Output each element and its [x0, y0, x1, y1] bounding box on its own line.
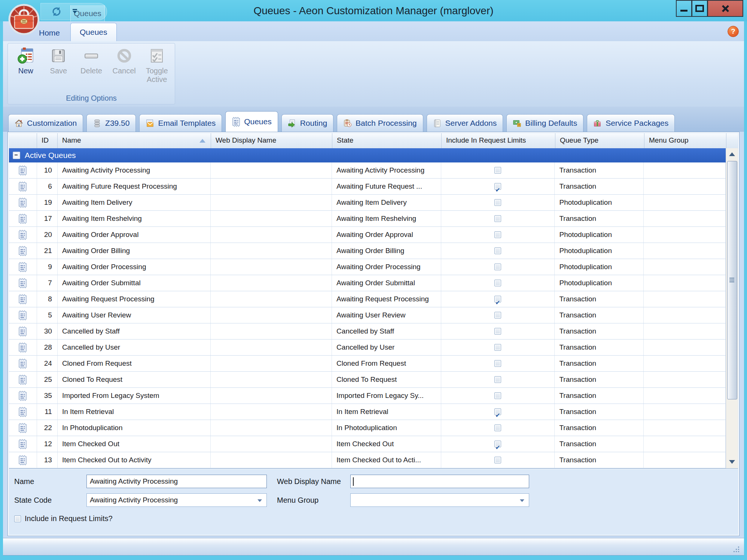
table-row[interactable]: 28Cancelled by UserCancelled by UserTran…: [9, 340, 726, 356]
ribbon-button-delete[interactable]: Delete: [75, 45, 108, 92]
table-row[interactable]: 17Awaiting Item ReshelvingAwaiting Item …: [9, 211, 726, 227]
include-in-request-limits-checkbox[interactable]: [494, 215, 501, 222]
column-header-id[interactable]: ID: [37, 133, 58, 148]
scrollbar-thumb[interactable]: [727, 161, 737, 399]
row-icon-cell: [9, 195, 37, 210]
row-icon-cell: [9, 340, 37, 355]
table-row[interactable]: 10Awaiting Activity ProcessingAwaiting A…: [9, 162, 726, 179]
include-in-request-limits-checkbox[interactable]: [494, 199, 501, 206]
include-in-request-limits-checkbox[interactable]: [494, 441, 501, 447]
table-row[interactable]: 19Awaiting Item DeliveryAwaiting Item De…: [9, 195, 726, 211]
group-row-active-queues[interactable]: Active Queues: [9, 148, 726, 162]
table-row[interactable]: 30Cancelled by StaffCancelled by StaffTr…: [9, 323, 726, 340]
table-row[interactable]: 6Awaiting Future Request ProcessingAwait…: [9, 179, 726, 195]
table-row[interactable]: 8Awaiting Request ProcessingAwaiting Req…: [9, 291, 726, 307]
table-row[interactable]: 22In PhotoduplicationIn Photoduplication…: [9, 420, 726, 436]
module-tab-service-packages[interactable]: Service Packages: [587, 114, 675, 132]
module-tab-server-addons[interactable]: Server Addons: [427, 114, 503, 132]
table-row[interactable]: 35Imported From Legacy SystemImported Fr…: [9, 388, 726, 404]
include-in-request-limits-checkbox[interactable]: [494, 392, 501, 399]
table-row[interactable]: 13Item Checked Out to ActivityItem Check…: [9, 452, 726, 468]
table-row[interactable]: 5Awaiting User ReviewAwaiting User Revie…: [9, 307, 726, 323]
include-in-request-limits-checkbox[interactable]: [494, 280, 501, 286]
maximize-button[interactable]: [692, 0, 708, 17]
cell-web-display-name: [211, 420, 332, 436]
include-in-request-limits-checkbox[interactable]: [494, 167, 501, 174]
table-row[interactable]: 21Awaiting Order BillingAwaiting Order B…: [9, 243, 726, 259]
sync-icon[interactable]: [51, 6, 62, 18]
module-tab-customization[interactable]: Customization: [8, 114, 83, 132]
module-tab-billing-defaults[interactable]: Billing Defaults: [506, 114, 583, 132]
module-tab-routing[interactable]: Routing: [281, 114, 333, 132]
module-tab-queues[interactable]: Queues: [225, 111, 278, 132]
ribbon-button-new[interactable]: New: [9, 45, 42, 92]
ribbon-tab-queues[interactable]: Queues: [70, 23, 117, 42]
menu-group-dropdown[interactable]: [350, 493, 529, 507]
ribbon-button-toggle-active[interactable]: Toggle Active: [140, 45, 173, 92]
scroll-up-icon[interactable]: [726, 149, 738, 160]
module-tab-email-templates[interactable]: Email Templates: [139, 114, 222, 132]
column-header-icon[interactable]: [9, 133, 37, 148]
include-in-request-limits-checkbox[interactable]: [494, 408, 501, 415]
column-header-label: Include In Request Limits: [446, 136, 526, 144]
table-row[interactable]: 7Awaiting Order SubmittalAwaiting Order …: [9, 275, 726, 291]
help-icon[interactable]: ?: [728, 26, 739, 37]
module-tab-z39-50[interactable]: Z39.50: [86, 114, 136, 132]
cell-include-in-request-limits: [441, 420, 555, 436]
table-row[interactable]: 24Cloned From RequestCloned From Request…: [9, 356, 726, 372]
module-tab-batch-processing[interactable]: Batch Processing: [337, 114, 423, 132]
cell-menu-group: [644, 211, 726, 226]
include-in-request-limits-checkbox[interactable]: [494, 231, 501, 238]
vertical-scrollbar[interactable]: [726, 148, 738, 468]
quick-access-dropdown-icon[interactable]: [72, 9, 77, 14]
ribbon-button-save[interactable]: Save: [42, 45, 75, 92]
row-icon-cell: [9, 211, 37, 226]
include-in-request-limits-checkbox[interactable]: [494, 247, 501, 254]
table-row[interactable]: 11In Item RetrievalIn Item RetrievalTran…: [9, 404, 726, 420]
include-in-request-limits-checkbox[interactable]: [494, 424, 501, 431]
collapse-icon[interactable]: [13, 152, 20, 159]
table-row[interactable]: 25Cloned To RequestCloned To RequestTran…: [9, 372, 726, 388]
column-header-name[interactable]: Name: [58, 133, 211, 148]
row-icon-cell: [9, 436, 37, 452]
state-code-dropdown[interactable]: Awaiting Activity Processing: [86, 493, 267, 507]
web-display-name-field[interactable]: [350, 475, 529, 488]
minimize-button[interactable]: [676, 0, 692, 17]
include-in-request-limits-checkbox[interactable]: [494, 328, 501, 335]
column-header-menu-group[interactable]: Menu Group: [644, 133, 726, 148]
include-in-request-limits-checkbox[interactable]: [494, 296, 501, 302]
table-row[interactable]: 9Awaiting Order ProcessingAwaiting Order…: [9, 259, 726, 275]
column-header-queue-type[interactable]: Queue Type: [555, 133, 644, 148]
scroll-down-icon[interactable]: [726, 456, 738, 468]
include-in-request-limits-checkbox[interactable]: Include in Request Limits?: [14, 514, 113, 523]
cell-include-in-request-limits: [441, 243, 555, 259]
include-in-request-limits-checkbox[interactable]: [494, 376, 501, 383]
cell-queue-type: Transaction: [555, 291, 644, 307]
resize-grip-icon[interactable]: [734, 545, 740, 552]
column-header-state[interactable]: State: [332, 133, 442, 148]
close-button[interactable]: [708, 0, 743, 17]
cell-web-display-name: [211, 195, 332, 210]
queue-item-icon: [18, 213, 27, 225]
checkbox-icon[interactable]: [14, 515, 21, 522]
row-icon-cell: [9, 307, 37, 323]
cell-menu-group: [644, 195, 726, 210]
table-row[interactable]: 20Awaiting Order ApprovalAwaiting Order …: [9, 227, 726, 243]
column-header-web-display-name[interactable]: Web Display Name: [211, 133, 332, 148]
row-icon-cell: [9, 243, 37, 259]
include-in-request-limits-checkbox[interactable]: [494, 457, 501, 463]
column-header-include-in-request-limits[interactable]: Include In Request Limits: [442, 133, 555, 148]
include-in-request-limits-checkbox[interactable]: [494, 183, 501, 190]
cell-id: 35: [37, 388, 58, 404]
cell-state: Awaiting Future Request ...: [332, 179, 441, 194]
include-in-request-limits-checkbox[interactable]: [494, 312, 501, 319]
cell-name: Awaiting Activity Processing: [58, 162, 211, 178]
table-row[interactable]: 12Item Checked OutItem Checked OutTransa…: [9, 436, 726, 452]
name-field[interactable]: [86, 475, 267, 488]
app-menu-button[interactable]: [8, 4, 40, 35]
ribbon-button-cancel[interactable]: Cancel: [108, 45, 141, 92]
email-icon: [146, 118, 155, 128]
include-in-request-limits-checkbox[interactable]: [494, 360, 501, 367]
include-in-request-limits-checkbox[interactable]: [494, 344, 501, 351]
include-in-request-limits-checkbox[interactable]: [494, 264, 501, 270]
